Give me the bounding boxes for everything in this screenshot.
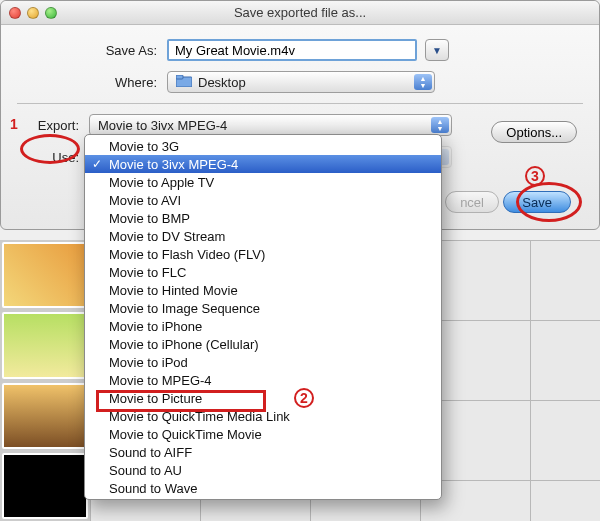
updown-arrows-icon: ▲▼: [431, 117, 449, 133]
clip-thumbnail: [2, 242, 88, 308]
close-window-icon[interactable]: [9, 7, 21, 19]
menu-item-movie-to-apple-tv[interactable]: Movie to Apple TV: [85, 173, 441, 191]
chevron-down-icon: ▼: [432, 45, 442, 56]
clip-thumbnail: [2, 383, 88, 449]
menu-item-movie-to-bmp[interactable]: Movie to BMP: [85, 209, 441, 227]
use-label: Use:: [17, 150, 89, 165]
menu-item-movie-to-ipod[interactable]: Movie to iPod: [85, 353, 441, 371]
menu-item-sound-to-au[interactable]: Sound to AU: [85, 461, 441, 479]
where-label: Where:: [17, 75, 167, 90]
window-controls: [9, 7, 57, 19]
export-dropdown-menu[interactable]: Movie to 3GMovie to 3ivx MPEG-4Movie to …: [84, 134, 442, 500]
export-selected-value: Movie to 3ivx MPEG-4: [98, 118, 227, 133]
divider: [17, 103, 583, 104]
menu-item-movie-to-flc[interactable]: Movie to FLC: [85, 263, 441, 281]
title-bar: Save exported file as...: [1, 1, 599, 25]
cancel-button-label: ncel: [460, 195, 484, 210]
menu-item-movie-to-picture[interactable]: Movie to Picture: [85, 389, 441, 407]
menu-item-movie-to-image-sequence[interactable]: Movie to Image Sequence: [85, 299, 441, 317]
options-button-label: Options...: [506, 125, 562, 140]
thumbnail-column: [0, 240, 90, 521]
menu-item-movie-to-3g[interactable]: Movie to 3G: [85, 137, 441, 155]
menu-item-movie-to-3ivx-mpeg-4[interactable]: Movie to 3ivx MPEG-4: [85, 155, 441, 173]
export-label: Export:: [17, 118, 89, 133]
clip-thumbnail: [2, 312, 88, 378]
menu-item-movie-to-mpeg-4[interactable]: Movie to MPEG-4: [85, 371, 441, 389]
clip-thumbnail: [2, 453, 88, 519]
where-row: Where: Desktop ▲▼: [17, 71, 583, 93]
annotation-number-3: 3: [525, 166, 545, 186]
minimize-window-icon[interactable]: [27, 7, 39, 19]
annotation-number-2: 2: [294, 388, 314, 408]
export-select[interactable]: Movie to 3ivx MPEG-4 ▲▼: [89, 114, 452, 136]
menu-item-movie-to-quicktime-media-link[interactable]: Movie to QuickTime Media Link: [85, 407, 441, 425]
desktop-icon: [176, 75, 192, 90]
menu-item-movie-to-hinted-movie[interactable]: Movie to Hinted Movie: [85, 281, 441, 299]
menu-item-movie-to-iphone[interactable]: Movie to iPhone: [85, 317, 441, 335]
menu-item-movie-to-iphone-cellular[interactable]: Movie to iPhone (Cellular): [85, 335, 441, 353]
cancel-button[interactable]: ncel: [445, 191, 499, 213]
options-button[interactable]: Options...: [491, 121, 577, 143]
menu-item-movie-to-dv-stream[interactable]: Movie to DV Stream: [85, 227, 441, 245]
where-select[interactable]: Desktop ▲▼: [167, 71, 435, 93]
save-button[interactable]: Save: [503, 191, 571, 213]
menu-item-movie-to-avi[interactable]: Movie to AVI: [85, 191, 441, 209]
annotation-number-1: 1: [10, 116, 18, 132]
save-as-label: Save As:: [17, 43, 167, 58]
save-as-row: Save As: ▼: [17, 39, 583, 61]
menu-item-movie-to-flash-video-flv[interactable]: Movie to Flash Video (FLV): [85, 245, 441, 263]
reveal-toggle-button[interactable]: ▼: [425, 39, 449, 61]
menu-item-movie-to-quicktime-movie[interactable]: Movie to QuickTime Movie: [85, 425, 441, 443]
where-selected-value: Desktop: [198, 75, 246, 90]
zoom-window-icon[interactable]: [45, 7, 57, 19]
filename-input[interactable]: [167, 39, 417, 61]
svg-rect-1: [176, 75, 183, 79]
menu-item-sound-to-aiff[interactable]: Sound to AIFF: [85, 443, 441, 461]
window-title: Save exported file as...: [1, 5, 599, 20]
menu-item-sound-to-wave[interactable]: Sound to Wave: [85, 479, 441, 497]
updown-arrows-icon: ▲▼: [414, 74, 432, 90]
save-button-label: Save: [522, 195, 552, 210]
